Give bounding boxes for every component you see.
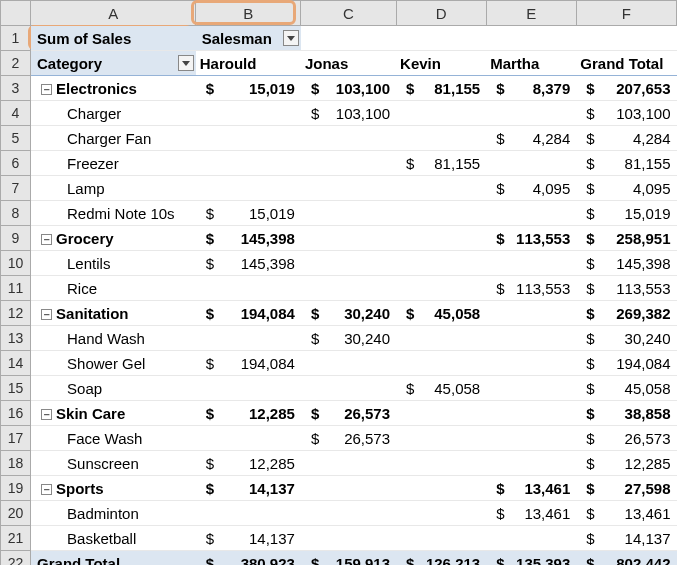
data-cell[interactable]	[196, 176, 301, 201]
data-cell[interactable]: $113,553	[576, 276, 676, 301]
col-header-C[interactable]: C	[301, 1, 396, 26]
data-cell[interactable]: $81,155	[576, 151, 676, 176]
data-cell[interactable]	[196, 426, 301, 451]
data-cell[interactable]: $81,155	[396, 76, 486, 101]
data-cell[interactable]: $26,573	[301, 401, 396, 426]
col-label-martha[interactable]: Martha	[486, 51, 576, 76]
data-cell[interactable]	[301, 501, 396, 526]
data-cell[interactable]: $269,382	[576, 301, 676, 326]
row-label[interactable]: Soap	[31, 376, 196, 401]
data-cell[interactable]	[486, 451, 576, 476]
data-cell[interactable]: $103,100	[576, 101, 676, 126]
collapse-icon[interactable]: −	[41, 309, 52, 320]
data-cell[interactable]: $113,553	[486, 276, 576, 301]
grand-total-C[interactable]: $159,913	[301, 551, 396, 566]
data-cell[interactable]: $26,573	[301, 426, 396, 451]
row-label[interactable]: Hand Wash	[31, 326, 196, 351]
data-cell[interactable]: $15,019	[196, 201, 301, 226]
data-cell[interactable]: $45,058	[396, 376, 486, 401]
data-cell[interactable]	[196, 326, 301, 351]
data-cell[interactable]: $13,461	[486, 501, 576, 526]
data-cell[interactable]: $207,653	[576, 76, 676, 101]
col-header-F[interactable]: F	[576, 1, 676, 26]
data-cell[interactable]: $103,100	[301, 76, 396, 101]
category-dropdown-icon[interactable]	[178, 55, 194, 71]
data-cell[interactable]	[301, 351, 396, 376]
row-header-4[interactable]: 4	[1, 101, 31, 126]
col-label-jonas[interactable]: Jonas	[301, 51, 396, 76]
col-header-D[interactable]: D	[396, 1, 486, 26]
col-header-E[interactable]: E	[486, 1, 576, 26]
data-cell[interactable]	[486, 351, 576, 376]
row-header-12[interactable]: 12	[1, 301, 31, 326]
row-label[interactable]: Lamp	[31, 176, 196, 201]
data-cell[interactable]: $258,951	[576, 226, 676, 251]
row-label[interactable]: Basketball	[31, 526, 196, 551]
row-label[interactable]: Charger Fan	[31, 126, 196, 151]
data-cell[interactable]: $81,155	[396, 151, 486, 176]
data-cell[interactable]: $13,461	[486, 476, 576, 501]
data-cell[interactable]	[486, 401, 576, 426]
collapse-icon[interactable]: −	[41, 234, 52, 245]
data-cell[interactable]	[301, 151, 396, 176]
row-header-21[interactable]: 21	[1, 526, 31, 551]
row-header-13[interactable]: 13	[1, 326, 31, 351]
data-cell[interactable]	[301, 476, 396, 501]
data-cell[interactable]	[396, 501, 486, 526]
data-cell[interactable]	[301, 176, 396, 201]
data-cell[interactable]: $194,084	[196, 301, 301, 326]
col-header-B[interactable]: B	[196, 1, 301, 26]
data-cell[interactable]: $113,553	[486, 226, 576, 251]
data-cell[interactable]: $38,858	[576, 401, 676, 426]
data-cell[interactable]: $145,398	[196, 226, 301, 251]
row-header-11[interactable]: 11	[1, 276, 31, 301]
data-cell[interactable]	[486, 426, 576, 451]
data-cell[interactable]: $30,240	[576, 326, 676, 351]
row-header-22[interactable]: 22	[1, 551, 31, 566]
data-cell[interactable]	[486, 326, 576, 351]
row-label[interactable]: −Electronics	[31, 76, 196, 101]
data-cell[interactable]	[486, 151, 576, 176]
category-field[interactable]: Category	[31, 51, 196, 76]
row-label[interactable]: −Sports	[31, 476, 196, 501]
data-cell[interactable]: $194,084	[196, 351, 301, 376]
data-cell[interactable]	[396, 426, 486, 451]
data-cell[interactable]	[301, 376, 396, 401]
data-cell[interactable]	[396, 276, 486, 301]
row-header-10[interactable]: 10	[1, 251, 31, 276]
data-cell[interactable]	[486, 301, 576, 326]
data-cell[interactable]	[396, 451, 486, 476]
row-header-9[interactable]: 9	[1, 226, 31, 251]
data-cell[interactable]: $12,285	[576, 451, 676, 476]
sum-of-sales-label[interactable]: Sum of Sales	[31, 26, 196, 51]
data-cell[interactable]: $4,095	[486, 176, 576, 201]
row-header-15[interactable]: 15	[1, 376, 31, 401]
col-header-A[interactable]: A	[31, 1, 196, 26]
data-cell[interactable]: $103,100	[301, 101, 396, 126]
row-header-19[interactable]: 19	[1, 476, 31, 501]
data-cell[interactable]: $8,379	[486, 76, 576, 101]
row-header-6[interactable]: 6	[1, 151, 31, 176]
row-label[interactable]: Rice	[31, 276, 196, 301]
grand-total-F[interactable]: $802,442	[576, 551, 676, 566]
row-label[interactable]: Lentils	[31, 251, 196, 276]
data-cell[interactable]	[396, 251, 486, 276]
data-cell[interactable]	[486, 201, 576, 226]
data-cell[interactable]: $145,398	[576, 251, 676, 276]
row-label[interactable]: Charger	[31, 101, 196, 126]
row-label[interactable]: Badminton	[31, 501, 196, 526]
data-cell[interactable]	[396, 101, 486, 126]
data-cell[interactable]	[301, 251, 396, 276]
row-header-17[interactable]: 17	[1, 426, 31, 451]
row-label[interactable]: Freezer	[31, 151, 196, 176]
row-label[interactable]: Sunscreen	[31, 451, 196, 476]
data-cell[interactable]	[486, 526, 576, 551]
row-label[interactable]: −Skin Care	[31, 401, 196, 426]
grand-total-label[interactable]: Grand Total	[31, 551, 196, 566]
data-cell[interactable]: $14,137	[196, 476, 301, 501]
data-cell[interactable]: $14,137	[196, 526, 301, 551]
salesman-field[interactable]: Salesman	[196, 26, 301, 51]
data-cell[interactable]	[396, 226, 486, 251]
row-label[interactable]: Shower Gel	[31, 351, 196, 376]
data-cell[interactable]	[396, 351, 486, 376]
